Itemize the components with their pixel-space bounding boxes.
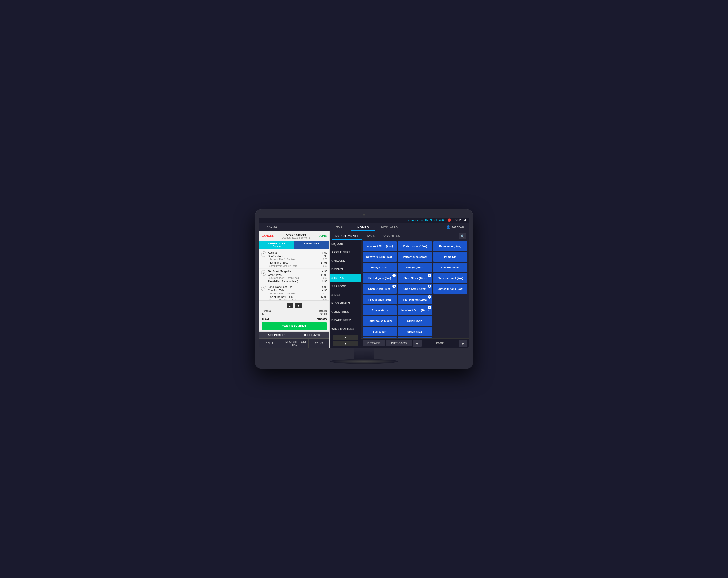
item-crawfish[interactable]: Crawfish Tails6.95 — [268, 288, 327, 292]
remove-restore-tax-button[interactable]: REMOVE/RESTORE TAX — [280, 338, 309, 348]
device-screen: Business Day: Thu Nov 17 #26 🔴 5:02 PM L… — [259, 218, 469, 348]
category-liquor[interactable]: LIQUOR — [330, 240, 361, 248]
support-area: 👤 SUPPORT — [446, 225, 466, 229]
item-ny-strip-7oz[interactable]: New York Strip (7 oz) — [363, 241, 397, 251]
menu-panel: DEPARTMENTS TAGS FAVORITES 🔍 LIQUOR APPE… — [330, 231, 469, 348]
category-steaks[interactable]: STEAKS — [330, 274, 361, 282]
item-ribeye-8oz[interactable]: Ribeye (8oz) — [363, 305, 397, 315]
item-prime-rib[interactable]: Prime Rib — [433, 252, 467, 262]
print-button[interactable]: PRINT — [309, 338, 329, 348]
cat-scroll-up-button[interactable]: ▲ — [333, 335, 358, 340]
item-flat-iron-steak[interactable]: Flat Iron Steak — [433, 263, 467, 272]
order-type-label[interactable]: ORDER TYPEDine In — [259, 241, 294, 249]
item-skirt-steak[interactable]: Skirt Steak — [398, 337, 432, 338]
done-button[interactable]: DONE — [318, 234, 327, 238]
item-surf-turf[interactable]: Surf & Turf — [363, 327, 397, 336]
alert-icon: 🔴 — [447, 219, 451, 222]
logout-button[interactable]: LOG OUT — [262, 224, 283, 230]
item-fish-day[interactable]: Fish of the Day (Full)13.95 — [268, 295, 327, 299]
order-actions: ADD PERSON DISCOUNTS — [259, 331, 329, 338]
take-payment-button[interactable]: TAKE PAYMENT — [262, 322, 327, 330]
seat-2-items: Top Shelf Margarita6.95 Crab Claws11.95 … — [268, 270, 327, 283]
seat-3-items: Long Island Iced Tea6.95 Crawfish Tails6… — [268, 285, 327, 300]
item-crab-claws[interactable]: Crab Claws11.95 — [268, 273, 327, 276]
device-stand — [259, 348, 469, 369]
item-empty-4 — [433, 327, 467, 336]
add-person-button[interactable]: ADD PERSON — [259, 332, 294, 338]
item-sea-scallops-prep: Seafood Prep2: Sauteed0.00 — [268, 258, 327, 261]
item-empty-1 — [433, 295, 467, 304]
item-ribeye-20oz[interactable]: Ribeye (20oz) — [398, 263, 432, 272]
status-bar: Business Day: Thu Nov 17 #26 🔴 5:02 PM — [259, 218, 469, 223]
page-prev-button[interactable]: ◀ — [413, 340, 421, 347]
badge-chop-16oz: 1 — [428, 274, 431, 277]
gift-card-button[interactable]: GIFT CARD — [386, 340, 412, 346]
time-label: 5:02 PM — [455, 219, 466, 222]
scroll-up-button[interactable]: ▲ — [287, 303, 293, 308]
item-long-island[interactable]: Long Island Iced Tea6.95 — [268, 285, 327, 288]
item-porterhouse-20oz[interactable]: Porterhouse (20oz) — [363, 316, 397, 326]
split-button[interactable]: SPLIT — [259, 338, 280, 348]
customer-tab[interactable]: CUSTOMER — [294, 241, 330, 249]
device-frame: Business Day: Thu Nov 17 #26 🔴 5:02 PM L… — [255, 209, 473, 369]
support-label[interactable]: SUPPORT — [452, 225, 466, 229]
item-sirloin-6oz[interactable]: Sirloin (6oz) — [398, 316, 432, 326]
item-margarita[interactable]: Top Shelf Margarita6.95 — [268, 270, 327, 273]
item-steak-lobster[interactable]: Steak & Lobster — [363, 337, 397, 338]
cat-scroll-down-button[interactable]: ▼ — [333, 341, 358, 346]
category-appetizers[interactable]: APPETIZERS — [330, 248, 361, 257]
seat-1: 1 Absolut8.50 Sea Scallops7.95 Seafood P… — [259, 250, 329, 269]
item-chop-steak-16oz[interactable]: Chop Steak (16oz)1 — [398, 273, 432, 283]
category-seafood[interactable]: SEAFOOD — [330, 282, 361, 291]
tab-departments[interactable]: DEPARTMENTS — [332, 233, 362, 240]
subtotal-value: $91.10 — [319, 309, 327, 312]
item-delmonico-12oz[interactable]: Delmonico (12oz) — [433, 241, 467, 251]
cancel-button[interactable]: CANCEL — [262, 234, 274, 238]
item-porterhouse-24oz[interactable]: Porterhouse (24oz) — [398, 252, 432, 262]
page-next-button[interactable]: ▶ — [459, 340, 467, 347]
drawer-button[interactable]: DRAWER — [363, 340, 385, 346]
tab-order[interactable]: ORDER — [351, 223, 375, 231]
item-porterhouse-12oz[interactable]: Porterhouse (12oz) — [398, 241, 432, 251]
tab-manager[interactable]: MANAGER — [375, 223, 404, 231]
discounts-button[interactable]: DISCOUNTS — [294, 332, 329, 338]
seat-number-1: 1 — [261, 251, 266, 257]
item-chateaubriand-7oz[interactable]: Chateaubriand (7oz) — [433, 273, 467, 283]
item-ribeye-12oz[interactable]: Ribeye (12oz) — [363, 263, 397, 272]
order-totals: ▲ ▼ Subtotal $91.10 Tax $4.95 Total $96.… — [259, 300, 329, 331]
item-crawfish-prep: Seafood Prep1: Sauteed0.00 — [268, 292, 327, 295]
item-chateaubriand-9oz[interactable]: Chateaubriand (9oz) — [433, 284, 467, 294]
camera-icon — [363, 213, 365, 216]
item-filet-mignon-9oz[interactable]: Filet Mignon (9oz)17.95 — [268, 261, 327, 265]
category-drinks[interactable]: DRINKS — [330, 265, 361, 274]
category-draft-beer[interactable]: DRAFT BEER — [330, 316, 361, 325]
item-filet-mignon-12oz[interactable]: Filet Mignon (12oz)1 — [398, 295, 432, 304]
item-ny-strip-10oz[interactable]: New York Strip (10oz)1 — [398, 305, 432, 315]
item-filet-mignon-6oz[interactable]: Filet Mignon (6oz) — [363, 295, 397, 304]
badge-chop-10oz: 1 — [392, 284, 396, 288]
search-button[interactable]: 🔍 — [459, 233, 466, 240]
category-wine-bottles[interactable]: WINE BOTTLES — [330, 325, 361, 333]
tab-host[interactable]: HOST — [330, 223, 350, 231]
seat-1-items: Absolut8.50 Sea Scallops7.95 Seafood Pre… — [268, 251, 327, 268]
item-salmon[interactable]: Fire Grilled Salmon (Half)9.95 — [268, 280, 327, 283]
category-cocktails[interactable]: COCKTAILS — [330, 308, 361, 316]
tax-row: Tax $4.95 — [262, 313, 327, 316]
item-absolut[interactable]: Absolut8.50 — [268, 251, 327, 254]
scroll-down-button[interactable]: ▼ — [295, 303, 302, 308]
item-sea-scallops[interactable]: Sea Scallops7.95 — [268, 254, 327, 258]
item-filet-mignon-9oz[interactable]: Filet Mignon (9oz)1 — [363, 273, 397, 283]
item-sirloin-8oz[interactable]: Sirloin (8oz) — [398, 327, 432, 336]
badge-filet-9oz: 1 — [392, 274, 396, 277]
seat-number-3: 3 — [261, 286, 266, 291]
category-chicken[interactable]: CHICKEN — [330, 257, 361, 265]
category-sides[interactable]: SIDES — [330, 291, 361, 299]
tab-tags[interactable]: TAGS — [363, 233, 378, 240]
category-kids-meals[interactable]: KIDS MEALS — [330, 299, 361, 308]
seat-2: 2 Top Shelf Margarita6.95 Crab Claws11.9… — [259, 269, 329, 284]
tab-favorites[interactable]: FAVORITES — [379, 233, 403, 240]
bottom-actions: SPLIT REMOVE/RESTORE TAX PRINT — [259, 338, 329, 348]
item-chop-steak-20oz[interactable]: Chop Steak (20oz)1 — [398, 284, 432, 294]
item-ny-strip-12oz[interactable]: New York Strip (12oz) — [363, 252, 397, 262]
item-chop-steak-10oz[interactable]: Chop Steak (10oz)1 — [363, 284, 397, 294]
